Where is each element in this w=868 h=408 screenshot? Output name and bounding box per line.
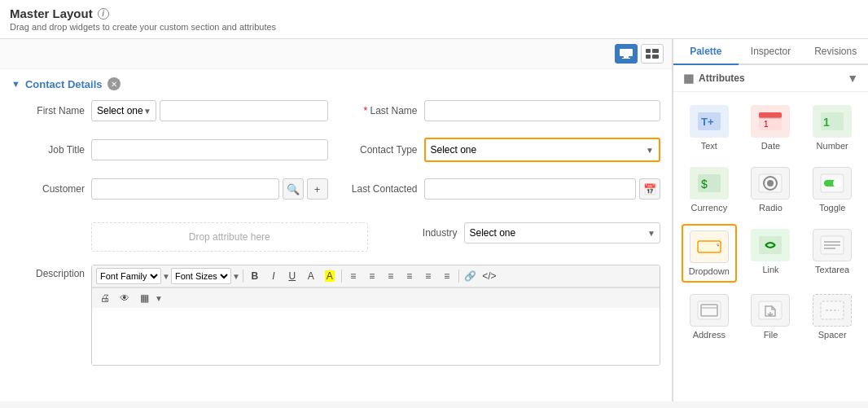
widget-address[interactable]: Address [682, 289, 737, 344]
textarea-widget-icon [813, 229, 852, 261]
svg-rect-10 [759, 112, 782, 118]
right-panel: Palette Inspector Revisions ▦ Attributes… [673, 39, 868, 401]
contact-type-select[interactable]: Select one [426, 139, 647, 160]
svg-rect-26 [759, 236, 782, 254]
contact-type-field-wrap: Select one ▼ [424, 138, 661, 162]
toggle-widget-label: Toggle [819, 203, 845, 213]
widget-date[interactable]: 1 Date [743, 100, 799, 156]
drop-attribute-zone[interactable]: Drop attribute here [91, 222, 368, 252]
bullet-list-button[interactable]: ≡ [401, 268, 419, 284]
svg-text:T+: T+ [701, 116, 714, 128]
job-title-input[interactable] [91, 139, 328, 160]
grid-view-button[interactable] [641, 44, 664, 64]
editor-toolbar-row2: 🖨 👁 ▦ ▼ [92, 287, 660, 308]
customer-input[interactable] [91, 178, 279, 200]
underline-button[interactable]: U [283, 268, 301, 284]
widget-number[interactable]: 1 Number [804, 100, 860, 156]
desktop-view-button[interactable] [615, 44, 638, 64]
date-widget-label: Date [761, 141, 780, 151]
customer-label: Customer [11, 183, 85, 195]
font-family-arrow: ▼ [162, 272, 170, 281]
last-contacted-field-group: 📅 [424, 178, 661, 200]
svg-rect-23 [698, 241, 721, 252]
widget-currency[interactable]: $ Currency [682, 162, 737, 217]
svg-rect-2 [622, 58, 630, 59]
address-widget-label: Address [693, 330, 726, 340]
contact-type-arrow-icon: ▼ [646, 146, 659, 155]
font-size-select[interactable]: Font Sizes [171, 268, 231, 284]
widget-link[interactable]: Link [743, 224, 799, 283]
number-widget-icon: 1 [813, 105, 852, 138]
table-button[interactable]: ▦ [135, 290, 153, 306]
widget-radio[interactable]: Radio [743, 162, 799, 217]
svg-rect-1 [624, 56, 629, 58]
file-widget-label: File [764, 330, 778, 340]
widget-spacer[interactable]: Spacer [804, 289, 860, 344]
highlight-button[interactable]: A [321, 268, 339, 284]
address-widget-icon [690, 294, 729, 327]
first-name-group: Select one ▼ [91, 100, 328, 121]
main-layout: ▼ Contact Details ✕ First Name Select on… [0, 39, 868, 401]
italic-button[interactable]: I [265, 268, 283, 284]
widget-toggle[interactable]: Toggle [804, 162, 860, 217]
font-color-button[interactable]: A [302, 268, 320, 284]
last-name-input[interactable] [424, 100, 661, 121]
tab-revisions[interactable]: Revisions [803, 39, 868, 65]
link-button[interactable]: 🔗 [462, 268, 480, 284]
customer-search-button[interactable]: 🔍 [283, 178, 304, 200]
calendar-icon-button[interactable]: 📅 [639, 178, 660, 200]
tab-inspector[interactable]: Inspector [739, 39, 804, 65]
first-name-select-wrap: Select one ▼ [91, 100, 156, 121]
number-list-button[interactable]: ≡ [419, 268, 437, 284]
industry-select[interactable]: Select one [464, 222, 661, 243]
link-widget-icon [751, 229, 790, 261]
tab-palette[interactable]: Palette [673, 39, 739, 65]
spacer-widget-icon [813, 294, 852, 327]
last-contacted-input[interactable] [424, 178, 637, 200]
last-name-field-wrap [424, 100, 661, 121]
preview-button[interactable]: 👁 [116, 290, 134, 306]
align-right-button[interactable]: ≡ [382, 268, 400, 284]
widget-textarea[interactable]: Textarea [804, 224, 860, 283]
first-name-prefix-select[interactable]: Select one [91, 100, 156, 121]
number-widget-label: Number [817, 141, 848, 151]
description-editor: Font Family ▼ Font Sizes ▼ B I U A [91, 265, 660, 366]
spacer-widget-label: Spacer [818, 330, 847, 340]
text-widget-icon: T+ [690, 105, 729, 138]
attributes-grid-icon: ▦ [683, 72, 694, 85]
svg-point-19 [767, 180, 774, 186]
page-title: Master Layout i [10, 7, 109, 20]
customer-add-button[interactable]: + [307, 178, 328, 200]
widget-dropdown[interactable]: Dropdown [682, 224, 737, 283]
section-close-button[interactable]: ✕ [107, 77, 121, 90]
page-subtitle: Drag and drop widgets to create your cus… [10, 22, 858, 32]
industry-label: Industry [384, 227, 458, 239]
panel-tabs: Palette Inspector Revisions [673, 39, 868, 65]
svg-rect-4 [652, 49, 659, 53]
contact-type-label: Contact Type [344, 144, 418, 156]
section-collapse-button[interactable]: ▼ [11, 79, 20, 89]
indent-button[interactable]: ≡ [438, 268, 456, 284]
align-center-button[interactable]: ≡ [363, 268, 381, 284]
info-icon[interactable]: i [98, 8, 109, 20]
widget-text[interactable]: T+ Text [682, 100, 737, 156]
bold-button[interactable]: B [246, 268, 264, 284]
first-name-input[interactable] [160, 100, 328, 121]
radio-widget-label: Radio [759, 203, 783, 213]
toolbar-divider-1 [243, 270, 243, 283]
textarea-widget-label: Textarea [815, 265, 849, 274]
svg-rect-0 [620, 49, 633, 56]
print-button[interactable]: 🖨 [96, 290, 114, 306]
currency-widget-icon: $ [690, 167, 729, 200]
attributes-collapse-button[interactable]: ▼ [847, 72, 858, 85]
code-button[interactable]: </> [480, 268, 498, 284]
svg-rect-5 [646, 55, 651, 59]
text-widget-label: Text [701, 141, 717, 151]
widget-file[interactable]: File [743, 289, 799, 344]
canvas-toolbar [0, 39, 672, 69]
link-widget-label: Link [762, 265, 778, 274]
job-title-label: Job Title [11, 144, 85, 156]
align-left-button[interactable]: ≡ [344, 268, 362, 284]
font-family-select[interactable]: Font Family [96, 268, 161, 284]
editor-body[interactable] [92, 308, 660, 365]
